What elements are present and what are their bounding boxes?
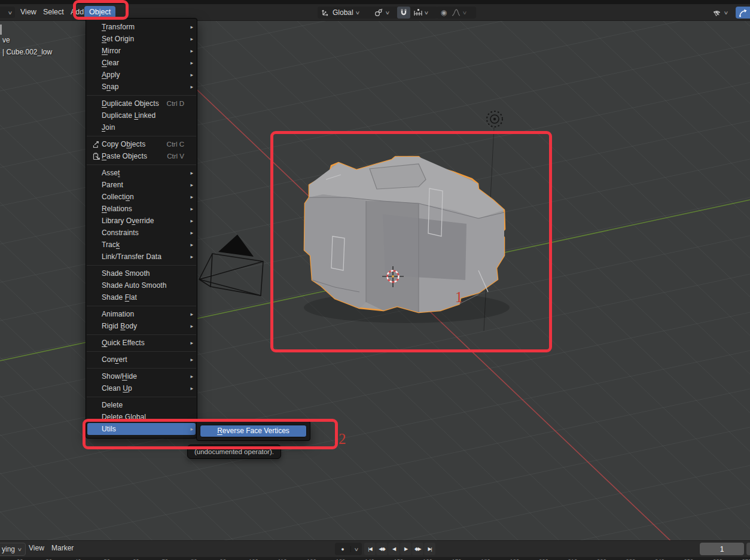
ruler-number: 170 [452,558,462,560]
timeline-menu-marker[interactable]: Marker [47,542,78,555]
menu-item-paste-objects[interactable]: Paste ObjectsCtrl V [86,150,197,162]
tooltip: (undocumented operator). [187,445,281,459]
submenu-arrow-icon: ▸ [187,48,193,54]
falloff-curve-icon[interactable] [451,8,461,17]
submenu-arrow-icon: ▸ [187,218,193,224]
ruler-number: 150 [394,558,404,560]
submenu-arrow-icon: ▸ [187,340,193,346]
menu-select[interactable]: Select [38,6,69,19]
menu-item-constraints[interactable]: Constraints▸ [86,227,197,239]
auto-keying-group: ● ∨ [335,543,362,555]
chevron-down-icon: ∨ [462,10,468,16]
submenu-arrow-icon: ▸ [187,242,193,248]
ruler-number: 160 [423,558,432,560]
menu-item-copy-objects[interactable]: Copy ObjectsCtrl C [86,138,197,150]
snap-increment-icon[interactable] [413,8,422,17]
prev-keyframe-button[interactable]: ◀◆ [376,543,388,555]
auto-keying-options[interactable]: ∨ [350,546,362,552]
menu-item-utils[interactable]: Utils▸ [87,423,196,435]
point-light-icon[interactable] [487,111,502,127]
utils-submenu-panel: Reverse Face Vertices [196,421,310,441]
menu-item-shade-auto-smooth[interactable]: Shade Auto Smooth [86,279,197,291]
menu-item-apply[interactable]: Apply▸ [86,69,197,81]
menu-separator [87,397,196,397]
menu-item-show-hide[interactable]: Show/Hide▸ [86,370,197,382]
menu-item-delete[interactable]: Delete [86,399,197,411]
ruler-number: 110 [278,558,287,560]
orientation-axes-icon [321,8,330,17]
keying-dropdown[interactable]: ying ∨ [0,543,26,556]
timeline-menu-view[interactable]: View [24,542,49,555]
transform-orientation-dropdown[interactable]: Global ∨ [318,7,374,19]
chevron-down-icon: ∨ [724,10,729,16]
pivot-point-dropdown[interactable]: ∨ [371,7,398,19]
play-button[interactable]: ▶ [400,543,411,555]
timeline-ruler[interactable]: 2030405060708090100110120130140150160170… [0,557,750,560]
menu-item-reverse-face-vertices[interactable]: Reverse Face Vertices [200,425,307,437]
menu-object[interactable]: Object [84,6,115,19]
menu-view[interactable]: View [16,6,41,19]
submenu-arrow-icon: ▸ [187,254,193,260]
menu-item-join[interactable]: Join [86,121,197,133]
menu-item-clear[interactable]: Clear▸ [86,57,197,69]
chevron-down-icon: ∨ [424,10,429,16]
snap-toggle-button[interactable] [397,7,410,19]
menu-item-parent[interactable]: Parent▸ [86,179,197,191]
submenu-arrow-icon: ▸ [187,60,193,66]
submenu-arrow-icon: ▸ [187,24,193,30]
menu-item-clean-up[interactable]: Clean Up▸ [86,382,197,394]
menu-item-shade-smooth[interactable]: Shade Smooth [86,267,197,279]
editor-type-dropdown[interactable]: ∨ [0,7,15,18]
menu-separator [87,368,196,369]
jump-start-button[interactable]: |◀ [364,543,376,555]
auto-keying-record-button[interactable]: ● [335,546,350,552]
jump-end-button[interactable]: ▶| [424,543,435,555]
menu-item-transform[interactable]: Transform▸ [86,21,197,33]
ruler-number: 90 [220,558,227,560]
ruler-number: 120 [307,558,316,560]
menu-item-delete-global[interactable]: Delete Global [86,411,197,423]
menu-item-duplicate-linked[interactable]: Duplicate Linked [86,109,197,121]
menu-item-snap[interactable]: Snap▸ [86,81,197,93]
ruler-number: 50 [104,558,111,560]
menu-separator [87,136,196,136]
menu-item-relations[interactable]: Relations▸ [86,203,197,215]
submenu-arrow-icon: ▸ [187,357,193,363]
chevron-down-icon: ∨ [355,10,360,16]
submenu-arrow-icon: ▸ [187,72,193,78]
show-gizmo-button[interactable] [736,7,750,19]
playback-controls: |◀◀◆◀▶◆▶▶| [364,543,435,555]
menu-item-link-transfer-data[interactable]: Link/Transfer Data▸ [86,251,197,263]
menu-separator [87,334,196,335]
ruler-number: 100 [249,558,258,560]
menu-item-set-origin[interactable]: Set Origin▸ [86,33,197,45]
next-keyframe-button[interactable]: ◆▶ [412,543,423,555]
proportional-editing-icon[interactable]: ◉ [439,8,449,17]
submenu-arrow-icon: ▸ [187,385,193,391]
submenu-arrow-icon: ▸ [187,170,193,176]
menu-item-animation[interactable]: Animation▸ [86,308,197,320]
menu-item-library-override[interactable]: Library Override▸ [86,215,197,227]
ruler-number: 70 [162,558,169,560]
play-reverse-button[interactable]: ◀ [388,543,400,555]
menu-item-asset[interactable]: Asset▸ [86,167,197,179]
ruler-number: 210 [568,558,578,560]
submenu-arrow-icon: ▸ [187,426,193,432]
camera-object[interactable] [199,235,263,296]
menu-item-rigid-body[interactable]: Rigid Body▸ [86,320,197,332]
viewport-overlay-object-name: | Cube.002_low [2,48,52,56]
object-visibility-eye-icon[interactable] [712,8,722,17]
current-frame-field[interactable]: 1 [700,543,744,555]
menu-item-duplicate-objects[interactable]: Duplicate ObjectsCtrl D [86,98,197,109]
viewport-overlay-perspective: ve [2,36,10,44]
submenu-arrow-icon: ▸ [187,182,193,188]
ruler-number: 60 [133,558,139,560]
topbar-strip [0,0,750,4]
menu-item-collection[interactable]: Collection▸ [86,191,197,203]
menu-item-convert[interactable]: Convert▸ [86,354,197,366]
menu-item-mirror[interactable]: Mirror▸ [86,45,197,57]
camera-up-triangle [218,235,254,257]
menu-item-shade-flat[interactable]: Shade Flat [86,291,197,303]
menu-item-quick-effects[interactable]: Quick Effects▸ [86,337,197,349]
menu-item-track[interactable]: Track▸ [86,239,197,251]
